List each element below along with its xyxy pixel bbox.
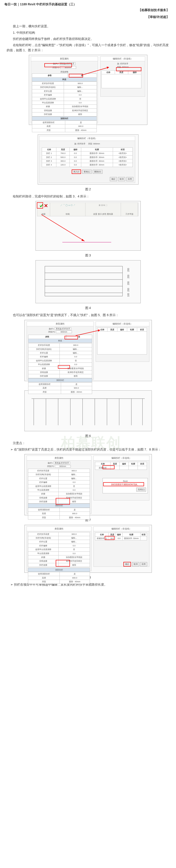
figure-3-label: 图 3 [7, 253, 169, 258]
delete-button[interactable]: 删除(D) [93, 170, 103, 174]
paragraph-1: 扶栏的创建同样类似于放样，由栏杆扶手路径和轮廓决定。 [7, 36, 169, 41]
figure-3: 创建 ／ ⌒ ◯ ▭ ⬠ ↗ 绘制 ⊞ ⊟ ⧉ ⬚ 设置 显示 参照 图纸器 工… [7, 201, 169, 251]
figure-2: 编辑扶栏（非连续） 族: 栏杆扶手 类型: 900mm 名称高度偏移轮廓材质 扶… [7, 134, 169, 185]
cancel-button[interactable]: 取消 [118, 177, 125, 181]
svg-text:200: 200 [127, 281, 129, 285]
review-line: 【审核/许述超】 [0, 13, 176, 20]
figure-6 [7, 391, 169, 431]
svg-line-5 [41, 215, 85, 241]
service-line: 【柏慕联创技术服务】 [0, 7, 176, 13]
close-button[interactable]: 关闭(C) [136, 488, 146, 492]
notes-heading: 注意点： 柏慕联创 [7, 440, 169, 445]
svg-marker-6 [82, 239, 85, 241]
svg-text:200: 200 [127, 268, 129, 272]
figure-6-label: 图 6 [7, 433, 169, 438]
figure-5: 类型属性 族(F): 系统族:栏杆扶手 类型(T): 900mm 参数值 构造 … [7, 320, 169, 381]
ok-button-2[interactable]: 确定 [123, 562, 131, 566]
svg-text:200: 200 [127, 275, 129, 278]
figure-7: 类型属性 族(F): 系统族:栏杆扶手 类型(T): 900mm 栏杆扶手高度9… [7, 454, 169, 515]
dialog-title-fig2: 编辑扶栏（非连续） [39, 136, 135, 141]
list-item-1: 1. 中间扶栏结构 [13, 30, 169, 35]
dialog-title: 类型属性 [31, 57, 98, 61]
figure-4-label: 图 4 [7, 306, 169, 310]
article-title: 每日一技｜1189 Revit 中栏杆扶手的基础设置（三） [0, 0, 176, 7]
paragraph-2: 在绘制栏杆时，点击"编辑类型"→"扶栏结构（非连续）"，可插入一个或者多个扶栏，… [7, 42, 169, 53]
figure-4: 200200200200100 [7, 260, 169, 303]
ok-button[interactable]: 确定 [110, 177, 117, 181]
paragraph-4: 也可以在"顶部扶栏"设置为"是"的情况下，不插入"扶栏"，如图 5、图 6 所示… [7, 313, 169, 317]
figure-2-label: 图 2 [7, 187, 169, 192]
paragraph-3: 绘制栏杆路径，完成中间扶栏的绘制，如图 3、4 所示： 柏慕联创 [7, 194, 169, 199]
intro-paragraph: 接上一期，横向扶栏设置。 [7, 24, 169, 29]
insert-button[interactable]: 插入(I) [72, 169, 81, 174]
note-1: ➢ 在"顶部扶栏"设置了高度之后，扶栏的高度不能超过顶部扶栏的高度，但是可以低于… [10, 447, 169, 452]
figure-1: 类型属性 族(F): 系统族:栏杆扶手 类型(T): 900mm 类型参数 参数… [7, 55, 169, 125]
cancel-button-2[interactable]: 取消 [132, 562, 139, 566]
svg-text:100: 100 [127, 293, 129, 297]
figure-8: 类型属性 栏杆扶手高度900.0扶栏结构(非连续)编辑...栏杆位置编辑...栏… [7, 525, 169, 573]
svg-text:200: 200 [127, 288, 129, 292]
dialog-title-2: 编辑扶栏（非连续） [100, 57, 145, 61]
apply-button-2[interactable]: 应用 [140, 562, 147, 566]
apply-button[interactable]: 应用 [126, 177, 134, 181]
duplicate-button[interactable]: 复制(L) [82, 170, 92, 174]
